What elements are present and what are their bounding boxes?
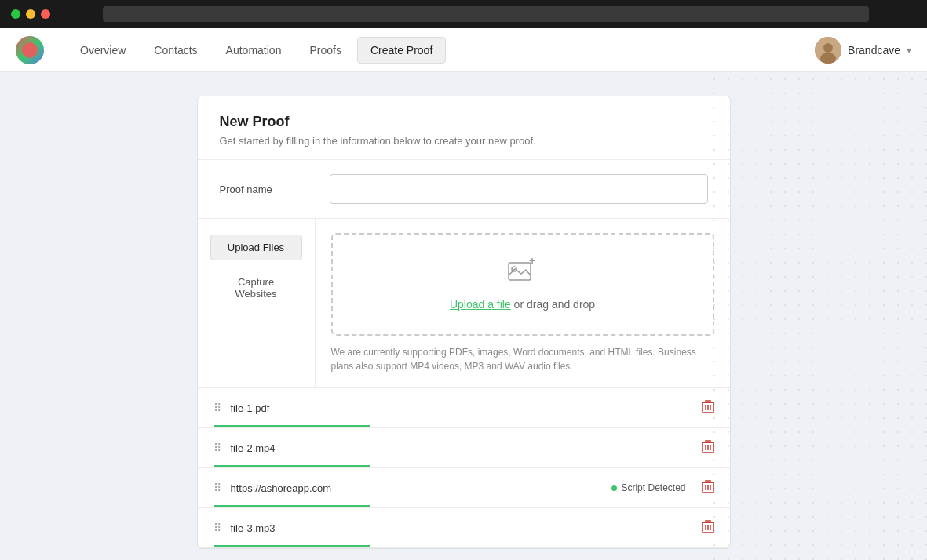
titlebar-url-bar <box>103 6 869 22</box>
nav-links: Overview Contacts Automation Proofs Crea… <box>68 37 815 64</box>
drop-zone[interactable]: + Upload a file or drag and drop <box>331 233 714 336</box>
file-name: file-3.mp3 <box>231 522 686 534</box>
navbar: Overview Contacts Automation Proofs Crea… <box>0 28 927 72</box>
proof-name-input[interactable] <box>330 174 708 204</box>
drag-handle-icon[interactable]: ⠿ <box>214 522 221 534</box>
nav-item-overview[interactable]: Overview <box>68 38 138 63</box>
file-name: file-2.mp4 <box>231 442 686 454</box>
file-item: ⠿ file-1.pdf <box>198 388 730 428</box>
drag-handle-icon[interactable]: ⠿ <box>214 482 221 494</box>
nav-item-automation[interactable]: Automation <box>214 38 294 63</box>
avatar <box>815 37 841 64</box>
script-detected-badge: Script Detected <box>611 482 685 493</box>
drop-zone-rest: or drag and drop <box>511 298 595 311</box>
card-header: New Proof Get started by filling in the … <box>198 96 730 160</box>
upload-main: + Upload a file or drag and drop We are … <box>316 219 730 387</box>
main-content: New Proof Get started by filling in the … <box>0 72 927 560</box>
file-name: https://ashoreapp.com <box>231 482 603 494</box>
dot-red[interactable] <box>41 9 50 19</box>
file-item: ⠿ file-3.mp3 <box>198 508 730 548</box>
svg-text:+: + <box>529 258 535 267</box>
nav-item-proofs[interactable]: Proofs <box>297 38 353 63</box>
upload-note: We are currently supporting PDFs, images… <box>331 345 714 373</box>
svg-point-0 <box>22 42 38 58</box>
brand-name: Brandcave <box>848 44 900 56</box>
file-item: ⠿ file-2.mp4 <box>198 428 730 468</box>
tab-capture-websites[interactable]: Capture Websites <box>210 270 302 306</box>
svg-point-2 <box>823 43 833 53</box>
delete-file-button[interactable] <box>702 519 714 536</box>
file-item: ⠿ https://ashoreapp.com Script Detected <box>198 468 730 508</box>
badge-label: Script Detected <box>621 482 685 493</box>
badge-dot <box>611 485 617 491</box>
app-logo[interactable] <box>16 36 44 64</box>
new-proof-card: New Proof Get started by filling in the … <box>197 96 731 549</box>
card-subtitle: Get started by filling in the informatio… <box>220 135 708 147</box>
upload-section: Upload Files Capture Websites + Upload <box>198 219 730 388</box>
proof-name-row: Proof name <box>198 160 730 219</box>
drop-zone-text: Upload a file or drag and drop <box>450 298 595 311</box>
dot-green[interactable] <box>11 9 20 19</box>
drag-handle-icon[interactable]: ⠿ <box>214 402 221 414</box>
delete-file-button[interactable] <box>702 439 714 456</box>
nav-item-create-proof[interactable]: Create Proof <box>357 37 446 64</box>
tab-upload-files[interactable]: Upload Files <box>210 235 302 260</box>
upload-sidebar: Upload Files Capture Websites <box>198 219 316 387</box>
upload-icon: + <box>507 258 538 290</box>
nav-item-contacts[interactable]: Contacts <box>141 38 210 63</box>
nav-chevron-icon[interactable]: ▾ <box>907 45 911 56</box>
delete-file-button[interactable] <box>702 399 714 416</box>
titlebar <box>0 0 927 28</box>
nav-right: Brandcave ▾ <box>815 37 911 64</box>
file-list: ⠿ file-1.pdf ⠿ file-2.mp4 <box>198 388 730 548</box>
upload-link[interactable]: Upload a file <box>450 298 511 311</box>
card-title: New Proof <box>220 114 708 130</box>
dot-yellow[interactable] <box>26 9 35 19</box>
drag-handle-icon[interactable]: ⠿ <box>214 442 221 454</box>
file-name: file-1.pdf <box>231 402 686 414</box>
delete-file-button[interactable] <box>702 479 714 496</box>
proof-name-label: Proof name <box>220 184 314 195</box>
